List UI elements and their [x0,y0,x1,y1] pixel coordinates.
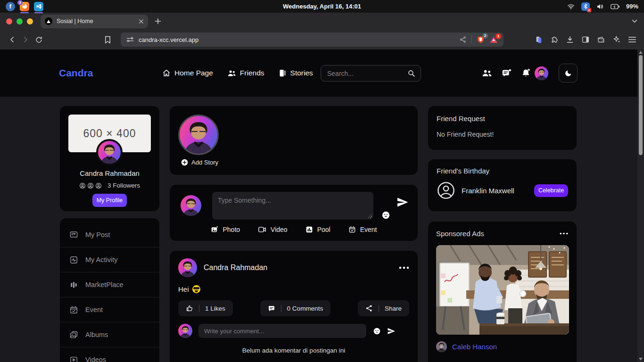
browser-app-icon[interactable]: 3 [20,2,29,11]
brave-shield-icon[interactable]: 2 [477,35,485,44]
sidebar-item-videos[interactable]: Videos [60,347,159,362]
downloads-icon[interactable] [566,35,574,44]
url-text[interactable]: candra-xcc.vercel.app [139,36,198,43]
photo-button[interactable]: Photo [211,225,240,233]
friends-requests-icon[interactable] [482,69,492,77]
composer-actions: Photo Video Pool Event [170,225,418,233]
menu-icon[interactable] [628,36,636,43]
wallet-icon[interactable] [597,35,605,44]
sponsored-ad-image[interactable] [436,245,569,335]
send-post-icon[interactable] [396,197,409,207]
sidebar-toggle-icon[interactable] [581,35,590,44]
app-badge: 3 [17,0,23,5]
followers-row: 3 Followers [60,182,159,189]
nav-home[interactable]: Home Page [162,69,213,77]
composer-textarea[interactable] [212,192,373,220]
shield-badge: 2 [482,33,488,39]
reading-list-icon[interactable] [535,35,543,44]
scrollbar-thumb[interactable] [639,55,643,155]
sidebar-item-albums[interactable]: Albums [60,322,159,347]
comments-button[interactable]: 0 Comments [260,300,331,316]
battery-icon[interactable] [611,3,620,10]
sidebar-item-event[interactable]: Event [60,297,159,322]
ad-author-avatar[interactable] [436,341,447,352]
web-page: Candra Home Page Friends Stories [0,49,637,362]
share-button[interactable]: Share [358,300,409,316]
window-maximize-button[interactable] [17,18,23,25]
nav-stories[interactable]: Stories [279,69,313,77]
moon-icon [564,69,572,77]
vscode-app-icon[interactable] [34,2,43,11]
new-tab-button[interactable] [155,18,161,25]
sponsored-ads-title: Sponsored Ads [436,230,484,238]
resize-grip[interactable] [368,214,372,218]
pool-button[interactable]: Pool [305,225,330,233]
search-box[interactable] [321,65,421,82]
bluetooth-off-badge: × [587,8,591,12]
system-clock[interactable]: Wednesday, April 16, 14:01 [283,3,361,10]
nav-friends-label: Friends [240,69,264,77]
window-minimize-button[interactable] [27,18,33,25]
main-nav: Home Page Friends Stories [162,49,313,97]
volume-icon[interactable] [596,3,604,10]
event-button[interactable]: Event [348,225,377,233]
add-story-button[interactable]: Add Story [181,159,218,166]
search-icon[interactable] [407,69,415,77]
video-button[interactable]: Video [258,225,288,233]
sidebar-item-marketplace[interactable]: MarketPlace [60,272,159,297]
scroll-up-arrow[interactable] [639,51,643,54]
post-actions: 1 Likes 0 Comments Share [178,300,409,316]
search-input[interactable] [326,69,407,78]
bookmark-icon[interactable] [101,33,114,46]
page-scrollbar[interactable] [637,49,644,362]
comment-send-icon[interactable] [387,328,396,335]
my-profile-button[interactable]: My Profile [92,194,127,207]
system-top-bar: f 3 Wednesday, April 16, 14:01 × 99% [0,0,644,13]
url-bar[interactable]: candra-xcc.vercel.app 2 1 [121,33,504,47]
tab-close-icon[interactable] [139,19,144,24]
tab-search-chevron-icon[interactable] [632,19,637,23]
forward-button[interactable] [19,33,32,46]
dark-mode-toggle[interactable] [559,64,578,82]
sidebar-item-label: Event [85,306,103,313]
ad-author-name[interactable]: Caleb Hanson [452,343,497,351]
share-icon[interactable] [459,36,467,43]
back-button[interactable] [6,33,19,46]
followers-count[interactable]: 3 Followers [107,182,140,189]
sidebar-item-my-activity[interactable]: My Activity [60,247,159,272]
sidebar-item-label: My Post [85,231,110,239]
nav-friends[interactable]: Friends [227,69,264,77]
messages-icon[interactable] [502,69,512,78]
post-options-icon[interactable] [399,266,409,269]
emoji-picker-icon[interactable] [382,211,390,219]
likes-count: 1 Likes [205,305,225,312]
browser-tab[interactable]: Sosial | Home [41,15,148,28]
celebrate-button[interactable]: Celebrate [534,184,568,197]
user-avatar[interactable] [535,66,548,80]
site-logo[interactable]: Candra [59,67,93,79]
leo-ai-icon[interactable] [612,35,621,44]
site-settings-icon[interactable] [126,36,134,43]
post-author-avatar[interactable] [178,258,197,277]
post-card: Candra Rahmadan Hei 1 Likes 0 Comments [170,251,418,362]
sidebar-item-label: My Activity [85,256,117,263]
notifications-icon[interactable] [521,68,531,78]
window-close-button[interactable] [6,18,12,25]
ads-options-icon[interactable] [559,232,569,235]
no-comments-text: Belum ada komentar di postingan ini [178,347,409,354]
user-circle-icon [437,181,455,200]
post-author-name[interactable]: Candra Rahmadan [204,263,267,272]
profile-avatar[interactable] [96,139,123,165]
story-avatar[interactable] [178,115,219,155]
wifi-icon[interactable] [567,3,575,10]
scroll-down-arrow[interactable] [639,358,643,361]
extensions-icon[interactable] [550,35,559,44]
bluetooth-icon[interactable]: × [581,2,590,11]
brave-rewards-icon[interactable]: 1 [489,36,498,43]
fedora-menu-icon[interactable]: f [6,2,15,11]
sidebar-item-my-post[interactable]: My Post [60,222,159,247]
comment-emoji-icon[interactable] [373,328,380,335]
comment-input[interactable] [198,324,366,338]
like-button[interactable]: 1 Likes [178,300,233,316]
reload-button[interactable] [32,33,45,46]
